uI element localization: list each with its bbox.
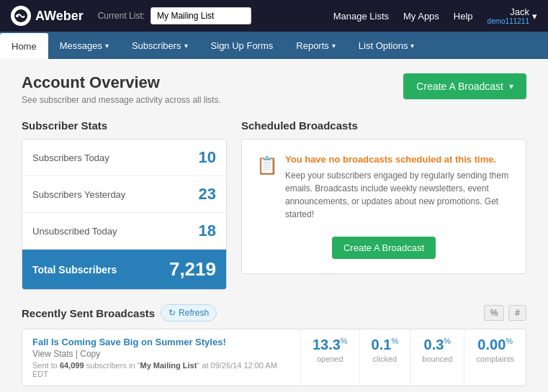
nav-item-messages[interactable]: Messages ▾ [48, 32, 120, 59]
stat-clicked-value-1: 0.1% [372, 337, 399, 353]
reports-arrow-icon: ▾ [332, 42, 336, 50]
nav-subscribers-label: Subscribers [132, 40, 181, 51]
broadcast-sent-list-1: My Mailing List [140, 361, 197, 370]
broadcast-alert-icon: 📋 [256, 155, 278, 176]
stat-total-label: Total Subscribers [32, 264, 117, 275]
stat-bounced-label-1: bounced [422, 355, 452, 363]
stat-yesterday-value: 23 [199, 185, 216, 204]
nav-item-reports[interactable]: Reports ▾ [284, 32, 347, 59]
subscriber-stats-title: Subscriber Stats [22, 119, 227, 132]
help-link[interactable]: Help [454, 11, 473, 22]
nav-home-label: Home [12, 41, 37, 52]
stat-complaints-1: 0.00% complaints [464, 329, 526, 386]
user-menu[interactable]: Jack demo111211 ▾ [488, 6, 537, 25]
broadcast-stats-1: 13.3% opened 0.1% clicked 0.3% bounced [300, 329, 526, 386]
create-broadcast-button[interactable]: Create A Broadcast ▾ [403, 73, 526, 99]
broadcast-title-1[interactable]: Fall Is Coming Save Big on Summer Styles… [32, 337, 226, 347]
broadcast-sent-count-1: 64,099 [60, 361, 84, 370]
stat-complaints-label-1: complaints [476, 355, 514, 363]
create-broadcast-arrow-icon: ▾ [509, 81, 513, 91]
percent-view-button[interactable]: % [484, 305, 505, 321]
main-content: Account Overview See subscriber and mess… [0, 59, 548, 392]
recent-title-wrap: Recently Sent Broadcasts ↻ Refresh [22, 304, 217, 322]
stat-row-today: Subscribers Today 10 [22, 140, 226, 176]
stat-total-value: 7,219 [169, 258, 216, 281]
nav-reports-label: Reports [296, 40, 329, 51]
user-email: demo111211 [488, 17, 529, 25]
copy-link-1[interactable]: Copy [80, 349, 100, 359]
subscriber-stats-section: Subscriber Stats Subscribers Today 10 Su… [22, 119, 227, 290]
nav-messages-label: Messages [60, 40, 102, 51]
scheduled-broadcasts-title: Scheduled Broadcasts [241, 119, 526, 132]
logo-text: AWeber [35, 9, 84, 24]
logo: AWeber [11, 6, 84, 26]
broadcast-alert: 📋 You have no broadcasts scheduled at th… [256, 154, 511, 221]
user-dropdown-icon: ▾ [532, 11, 537, 22]
broadcast-sent-1: Sent to 64,099 subscribers in "My Mailin… [32, 361, 290, 378]
stat-opened-value-1: 13.3% [313, 337, 348, 353]
stat-row-unsub: Unsubscribed Today 18 [22, 213, 226, 250]
svg-point-1 [16, 14, 19, 17]
stat-clicked-label-1: clicked [372, 355, 399, 363]
manage-lists-link[interactable]: Manage Lists [333, 11, 389, 22]
nav-list-options-label: List Options [359, 40, 408, 51]
stat-bounced-value-1: 0.3% [422, 337, 452, 353]
view-stats-link-1[interactable]: View Stats [32, 349, 73, 359]
broadcast-alert-desc: Keep your subscribers engaged by regular… [285, 169, 511, 221]
recent-broadcasts-section: Recently Sent Broadcasts ↻ Refresh % # F… [22, 304, 526, 392]
broadcast-alert-title: You have no broadcasts scheduled at this… [285, 154, 511, 165]
broadcast-links-1: View Stats | Copy [32, 349, 290, 359]
stat-unsub-label: Unsubscribed Today [32, 226, 117, 237]
stat-row-yesterday: Subscribers Yesterday 23 [22, 176, 226, 213]
nav-signup-label: Sign Up Forms [211, 40, 274, 51]
scheduled-broadcasts-box: 📋 You have no broadcasts scheduled at th… [241, 139, 526, 274]
nav-item-home[interactable]: Home [0, 33, 48, 59]
header: AWeber Current List: Manage Lists My App… [0, 0, 548, 32]
scheduled-broadcasts-section: Scheduled Broadcasts 📋 You have no broad… [241, 119, 526, 290]
recent-view-icons: % # [484, 305, 526, 321]
stat-opened-label-1: opened [313, 355, 348, 363]
account-title: Account Overview See subscriber and mess… [22, 73, 221, 105]
nav-item-list-options[interactable]: List Options ▾ [347, 32, 426, 59]
percent-icon: % [490, 308, 498, 318]
user-info: Jack demo111211 [488, 6, 529, 25]
current-list-input[interactable] [151, 7, 251, 24]
refresh-icon: ↻ [169, 308, 176, 318]
recent-broadcasts-header: Recently Sent Broadcasts ↻ Refresh % # [22, 304, 526, 322]
nav-item-subscribers[interactable]: Subscribers ▾ [120, 32, 199, 59]
refresh-button[interactable]: ↻ Refresh [161, 304, 217, 322]
header-center: Current List: [98, 7, 333, 24]
broadcast-info-1: Fall Is Coming Save Big on Summer Styles… [22, 329, 300, 386]
create-broadcast-label: Create A Broadcast [416, 81, 503, 92]
stat-today-label: Subscribers Today [32, 152, 109, 163]
create-broadcast-small-label: Create A Broadcast [343, 242, 424, 253]
list-options-arrow-icon: ▾ [410, 42, 414, 50]
messages-arrow-icon: ▾ [105, 42, 109, 50]
subscribers-arrow-icon: ▾ [184, 42, 188, 50]
my-apps-link[interactable]: My Apps [403, 11, 439, 22]
stat-yesterday-label: Subscribers Yesterday [32, 189, 125, 200]
stat-unsub-value: 18 [199, 222, 216, 240]
stat-bounced-1: 0.3% bounced [410, 329, 464, 386]
stat-row-total: Total Subscribers 7,219 [22, 250, 226, 289]
create-broadcast-small-button[interactable]: Create A Broadcast [332, 237, 436, 259]
stat-today-value: 10 [199, 148, 216, 167]
hash-view-button[interactable]: # [508, 305, 526, 321]
account-overview-header: Account Overview See subscriber and mess… [22, 73, 526, 105]
refresh-label: Refresh [179, 308, 209, 318]
nav-bar: Home Messages ▾ Subscribers ▾ Sign Up Fo… [0, 32, 548, 59]
logo-icon [11, 6, 31, 26]
stat-complaints-value-1: 0.00% [476, 337, 514, 353]
page-title: Account Overview [22, 73, 221, 92]
user-name: Jack [510, 6, 529, 17]
two-column-layout: Subscriber Stats Subscribers Today 10 Su… [22, 119, 526, 290]
stats-table: Subscribers Today 10 Subscribers Yesterd… [22, 139, 227, 290]
nav-item-signup-forms[interactable]: Sign Up Forms [199, 32, 285, 59]
header-nav: Manage Lists My Apps Help Jack demo11121… [333, 6, 537, 25]
stat-opened-1: 13.3% opened [301, 329, 359, 386]
broadcast-item-1: Fall Is Coming Save Big on Summer Styles… [22, 329, 526, 386]
current-list-label: Current List: [98, 11, 145, 21]
recent-broadcasts-title: Recently Sent Broadcasts [22, 307, 155, 319]
broadcast-alert-content: You have no broadcasts scheduled at this… [285, 154, 511, 221]
page-subtitle: See subscriber and message activity acro… [22, 95, 221, 105]
